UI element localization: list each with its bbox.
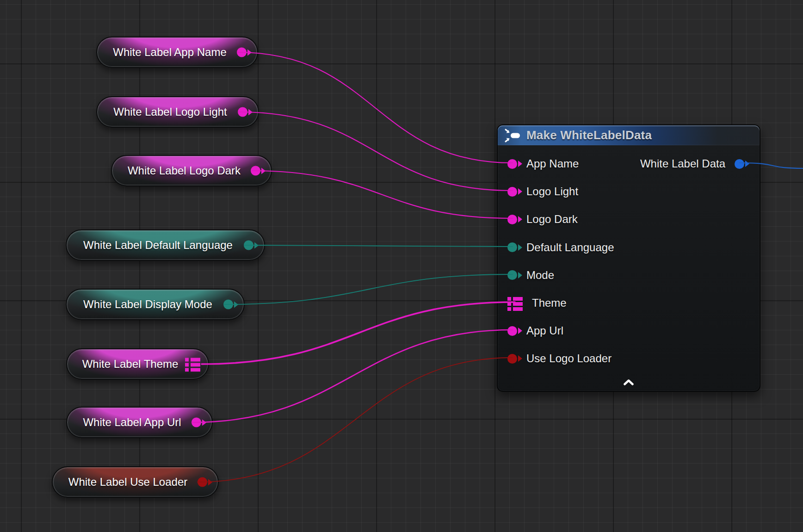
variable-getter-label: White Label App Url: [81, 416, 183, 429]
input-pin-cell-app-url: App Url: [507, 324, 563, 337]
wire-logo-dark[interactable]: [251, 171, 513, 218]
output-pin-label: White Label Data: [640, 157, 725, 170]
input-pin-label: Theme: [532, 297, 567, 309]
variable-getter-label: White Label Logo Light: [111, 105, 229, 118]
variable-getter-label: White Label Theme: [81, 358, 179, 371]
input-pin-logo-dark[interactable]: [507, 215, 517, 224]
wire-app-name[interactable]: [237, 52, 513, 163]
input-pin-label: App Url: [526, 324, 563, 337]
make-struct-icon: [504, 128, 521, 143]
variable-getter-node-default-language[interactable]: White Label Default Language: [66, 229, 265, 261]
wire-default-language[interactable]: [244, 245, 513, 247]
wire-logo-light[interactable]: [238, 112, 513, 191]
variable-getter-label: White Label Display Mode: [80, 298, 215, 311]
variable-getter-node-logo-dark[interactable]: White Label Logo Dark: [111, 155, 272, 186]
input-pin-cell-theme: Theme: [507, 296, 567, 311]
pin-row: Mode: [498, 261, 760, 289]
output-pin-theme[interactable]: [185, 357, 200, 372]
input-pin-cell-logo-dark: Logo Dark: [507, 213, 578, 226]
input-pin-default-language[interactable]: [507, 242, 517, 252]
wire-display-mode[interactable]: [224, 274, 513, 304]
input-pin-app-url[interactable]: [507, 326, 517, 336]
input-pin-theme[interactable]: [507, 296, 523, 311]
wire-app-url[interactable]: [192, 330, 513, 422]
input-pin-cell-logo-light: Logo Light: [507, 185, 578, 198]
variable-getter-node-logo-light[interactable]: White Label Logo Light: [96, 96, 259, 128]
node-header[interactable]: Make WhiteLabelData: [498, 125, 760, 145]
input-pin-label: Logo Light: [526, 185, 578, 198]
input-pin-label: Logo Dark: [526, 213, 578, 226]
make-whitelabeldata-node[interactable]: Make WhiteLabelDataApp NameWhite Label D…: [497, 124, 760, 392]
variable-getter-label: White Label Default Language: [80, 239, 235, 252]
pin-row: Logo Dark: [498, 205, 760, 233]
blueprint-graph-canvas[interactable]: White Label App NameWhite Label Logo Lig…: [0, 0, 803, 532]
variable-getter-node-display-mode[interactable]: White Label Display Mode: [66, 289, 245, 320]
pin-row: App Url: [498, 317, 760, 345]
input-pin-cell-app-name: App Name: [507, 157, 579, 170]
collapse-advanced-pins-button[interactable]: [620, 378, 637, 386]
variable-getter-label: White Label App Name: [111, 46, 229, 59]
input-pin-app-name[interactable]: [507, 159, 517, 169]
input-pin-label: App Name: [526, 157, 579, 170]
input-pin-cell-use-logo-loader: Use Logo Loader: [507, 352, 612, 365]
node-title: Make WhiteLabelData: [526, 128, 652, 142]
input-pin-cell-default-language: Default Language: [507, 241, 614, 254]
input-pin-label: Default Language: [526, 241, 614, 254]
chevron-up-icon: [623, 379, 634, 385]
variable-getter-node-theme[interactable]: White Label Theme: [66, 348, 209, 380]
output-pin-cell-white-label-data: White Label Data: [640, 157, 744, 170]
wire-use-loader[interactable]: [198, 358, 513, 482]
pin-row: Theme: [498, 289, 760, 317]
variable-getter-node-use-loader[interactable]: White Label Use Loader: [52, 466, 219, 498]
input-pin-label: Mode: [526, 269, 554, 282]
output-pin-white-label-data[interactable]: [735, 159, 744, 169]
variable-getter-label: White Label Use Loader: [67, 476, 189, 489]
pin-row: Logo Light: [498, 178, 760, 205]
input-pin-use-logo-loader[interactable]: [507, 354, 517, 364]
pin-row: Use Logo Loader: [498, 345, 760, 372]
pin-rows: App NameWhite Label DataLogo LightLogo D…: [498, 150, 760, 373]
pin-row: Default Language: [498, 234, 760, 261]
input-pin-logo-light[interactable]: [507, 187, 517, 197]
input-pin-cell-mode: Mode: [507, 269, 554, 282]
pin-row: App NameWhite Label Data: [498, 150, 760, 178]
variable-getter-node-app-name[interactable]: White Label App Name: [96, 37, 258, 68]
variable-getter-node-app-url[interactable]: White Label App Url: [66, 407, 213, 438]
input-pin-mode[interactable]: [507, 270, 517, 280]
input-pin-label: Use Logo Loader: [526, 352, 612, 365]
variable-getter-label: White Label Logo Dark: [126, 164, 242, 177]
